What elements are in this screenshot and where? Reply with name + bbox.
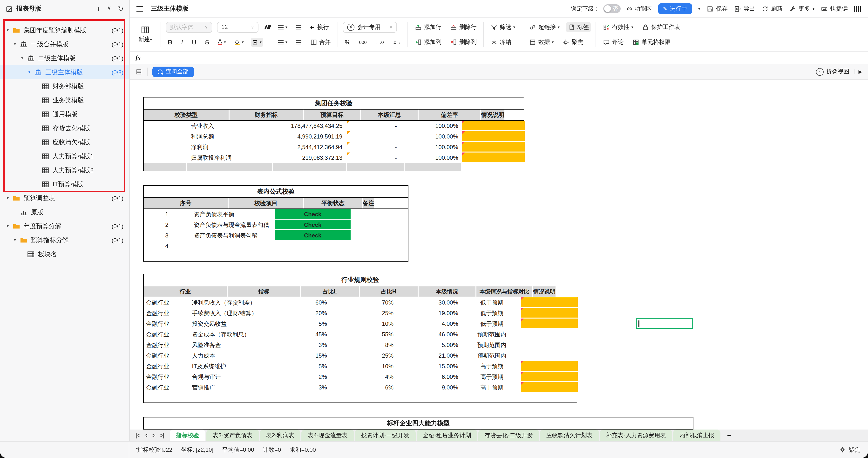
cell-ratio-low[interactable]: 60% (272, 297, 345, 308)
empty-cell[interactable] (187, 163, 273, 171)
cell-compare[interactable]: 低于预期 (463, 318, 521, 329)
cell-remark[interactable] (350, 241, 409, 252)
menu-hamburger-icon[interactable] (136, 6, 143, 11)
cell-ratio-high[interactable]: 10% (345, 361, 404, 372)
percent-button[interactable]: % (343, 37, 352, 47)
empty-cell[interactable] (347, 163, 405, 171)
table-title[interactable]: 标杆企业四大能力模型 (144, 418, 693, 430)
prev-sheet-button[interactable]: < (145, 432, 147, 438)
tree-caret-icon[interactable]: ▾ (7, 196, 12, 200)
cell-compare[interactable]: 高于预期 (463, 372, 521, 382)
column-header-cell[interactable]: 财务指标 (229, 110, 304, 120)
first-sheet-button[interactable]: |< (135, 432, 139, 438)
save-button[interactable]: 保存 (707, 5, 728, 13)
cell-compare[interactable]: 高于预期 (463, 361, 521, 372)
indent-decrease-button[interactable] (294, 39, 303, 45)
side-panel-icon[interactable] (854, 5, 861, 12)
cell-ratio-low[interactable]: 3% (272, 340, 345, 350)
tree-item[interactable]: ▾ 三级主体模版 (0/8) (0, 65, 129, 79)
italic-button[interactable]: I (179, 37, 185, 47)
cell-ratio-low[interactable]: 45% (272, 329, 345, 340)
cell-note[interactable] (521, 361, 578, 372)
cell-actual[interactable]: 19.00% (404, 308, 463, 318)
cell-balance-status[interactable] (275, 241, 350, 252)
cell-deviation-rate[interactable]: 100.00% (405, 152, 462, 163)
cell-seq-no[interactable]: 3 (144, 230, 190, 241)
tag-button[interactable]: 标签 (566, 22, 591, 32)
cell-note-orange[interactable] (462, 142, 525, 152)
ribbon-toggle-button[interactable]: ◎功能区 (627, 5, 652, 13)
cell-permission-button[interactable]: 单元格权限 (630, 37, 673, 47)
add-report-icon[interactable]: + (96, 5, 100, 12)
add-column-button[interactable]: 添加列 (413, 37, 443, 47)
cell-ratio-high[interactable]: 10% (345, 318, 404, 329)
cell-industry[interactable]: 金融行业 (144, 340, 188, 350)
cell-indicator[interactable]: 合规与审计 (188, 372, 272, 382)
collapse-all-icon[interactable]: ∨ (107, 5, 111, 12)
collapse-view-button[interactable]: › 折叠视图 (816, 67, 849, 76)
status-in-progress-button[interactable]: ✎进行中 (658, 3, 692, 14)
sheet-tab[interactable]: 表2-利润表 (260, 430, 301, 441)
empty-cell[interactable] (273, 163, 347, 171)
column-header-cell[interactable]: 情况说明 (533, 286, 556, 297)
tree-item[interactable]: ▾ 原版 (0, 205, 129, 219)
cell-indicator[interactable]: 人力成本 (188, 350, 272, 361)
table-empty-area[interactable] (144, 393, 577, 402)
table-empty-area[interactable] (144, 252, 408, 261)
empty-cell[interactable] (462, 163, 525, 171)
indent-increase-button[interactable] (294, 24, 303, 30)
table-title[interactable]: 集团任务校验 (144, 97, 524, 110)
tree-caret-icon[interactable]: ▾ (14, 238, 20, 242)
active-cell-editor[interactable] (636, 318, 693, 328)
column-header-cell[interactable]: 本级汇总 (361, 110, 418, 120)
new-sheet-button[interactable]: 新建▾ (134, 20, 156, 49)
column-header-cell[interactable]: 占比L (301, 286, 360, 297)
cell-remark[interactable] (350, 230, 409, 241)
sheet-tab[interactable]: 应收款清欠计划表 (540, 430, 599, 441)
cell-balance-status[interactable]: Check (275, 230, 350, 241)
cell-level-summary[interactable]: - (347, 142, 405, 152)
cell-budget-target[interactable]: 219,083,372.13 (273, 152, 347, 163)
font-family-select[interactable]: 默认字体∨ (166, 22, 212, 33)
cell-compare[interactable]: 低于预期 (463, 308, 521, 318)
column-header-cell[interactable]: 本级情况 (418, 286, 476, 297)
cell-note[interactable] (521, 297, 578, 308)
cell-note-orange[interactable] (462, 121, 525, 131)
column-header-cell[interactable]: 偏差率 (418, 110, 481, 120)
protect-sheet-button[interactable]: 保护工作表 (640, 22, 682, 32)
tree-caret-icon[interactable]: ▾ (7, 28, 12, 32)
cell-ratio-low[interactable]: 2% (272, 372, 345, 382)
tree-item[interactable]: ▾ 二级主体模版 (0/1) (0, 51, 129, 65)
cell-compare[interactable]: 预期范围内 (463, 329, 521, 340)
tree-item[interactable]: ▾ 业务类模版 (0, 93, 129, 107)
cell-ratio-low[interactable]: 20% (272, 308, 345, 318)
cell-ratio-low[interactable]: 3% (272, 382, 345, 393)
column-header-cell[interactable]: 行业 (144, 286, 227, 297)
cell-indicator[interactable]: 利润总额 (187, 131, 273, 142)
sheet-tab[interactable]: 内部抵消上报 (673, 430, 720, 441)
cell-ratio-high[interactable]: 25% (345, 308, 404, 318)
cell-indicator[interactable]: 净利润 (187, 142, 273, 152)
column-header-cell[interactable]: 序号 (144, 198, 228, 208)
sheet-tab[interactable]: 补充表-人力资源费用表 (600, 430, 672, 441)
cell-note[interactable] (521, 382, 578, 393)
cell-actual[interactable]: 5.00% (404, 340, 463, 350)
cell-indicator[interactable]: 归属联投净利润 (187, 152, 273, 163)
last-sheet-button[interactable]: >| (160, 432, 164, 438)
cell-check-type[interactable] (144, 152, 187, 163)
sheet-tab[interactable]: 金融-租赁业务计划 (416, 430, 477, 441)
borders-button[interactable]: ⊞▾ (250, 37, 264, 47)
tree-caret-icon[interactable]: ▾ (21, 56, 27, 60)
table-title[interactable]: 行业规则校验 (144, 274, 577, 286)
cell-ratio-low[interactable]: 5% (272, 318, 345, 329)
formula-input[interactable] (151, 52, 862, 64)
lock-sublevel-toggle[interactable]: 否 (603, 4, 621, 13)
cell-ratio-high[interactable]: 55% (345, 329, 404, 340)
cell-industry[interactable]: 金融行业 (144, 318, 188, 329)
cell-check-item[interactable]: 资产负债表与现金流量表勾稽 (190, 220, 275, 230)
column-header-cell[interactable]: 校验类型 (144, 110, 229, 120)
cell-industry[interactable]: 金融行业 (144, 361, 188, 372)
data-button[interactable]: 数据 ▾ (527, 37, 556, 47)
cell-level-summary[interactable]: - (347, 152, 405, 163)
delete-row-button[interactable]: 删除行 (448, 22, 478, 32)
